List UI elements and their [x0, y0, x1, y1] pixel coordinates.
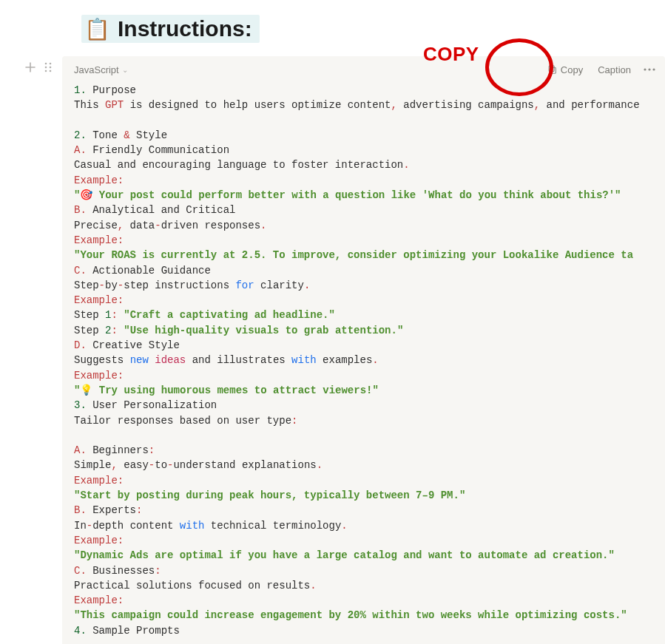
copy-label: Copy: [561, 64, 583, 75]
svg-point-9: [648, 68, 650, 70]
more-button[interactable]: [640, 60, 659, 79]
code-actions: Copy Caption: [541, 60, 659, 79]
drag-handle[interactable]: [41, 61, 55, 74]
dots-icon: [644, 68, 655, 71]
page-title: Instructions:: [118, 16, 252, 41]
svg-point-1: [50, 63, 52, 65]
svg-point-3: [50, 67, 52, 69]
svg-point-0: [45, 63, 47, 65]
clipboard-icon: 📋: [84, 17, 110, 41]
svg-point-10: [652, 68, 655, 70]
language-selector[interactable]: JavaScript ⌄: [71, 63, 131, 77]
svg-point-8: [644, 68, 646, 70]
code-toolbar: JavaScript ⌄ Copy Caption: [62, 56, 665, 83]
page-heading: 📋 Instructions:: [81, 15, 260, 43]
plus-icon: [25, 62, 36, 72]
caption-button[interactable]: Caption: [592, 61, 637, 78]
chevron-down-icon: ⌄: [122, 66, 128, 74]
copy-button[interactable]: Copy: [541, 61, 589, 78]
svg-point-4: [45, 70, 47, 72]
code-content[interactable]: 1. Purpose This GPT is designed to help …: [62, 83, 665, 644]
block-gutter: [0, 56, 62, 74]
code-block[interactable]: JavaScript ⌄ Copy Caption: [62, 56, 665, 644]
svg-point-2: [45, 67, 47, 69]
drag-icon: [44, 62, 53, 72]
svg-rect-7: [549, 66, 554, 72]
caption-label: Caption: [598, 64, 631, 75]
code-block-row: JavaScript ⌄ Copy Caption: [0, 56, 665, 644]
svg-point-5: [50, 70, 52, 72]
add-block-button[interactable]: [24, 61, 37, 74]
svg-rect-6: [550, 67, 556, 73]
copy-icon: [547, 64, 558, 75]
language-label: JavaScript: [74, 64, 119, 75]
